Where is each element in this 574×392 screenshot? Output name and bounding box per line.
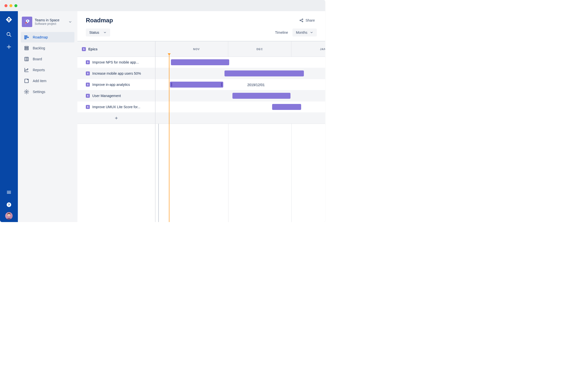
date-label: 2019/12/01 [247, 79, 265, 90]
share-button-label: Share [306, 18, 315, 22]
epic-label: Improve NPS for mobile app... [92, 60, 139, 64]
epic-bar[interactable] [232, 93, 290, 99]
global-sidebar: ? [0, 11, 18, 222]
sidebar-item-label: Add item [33, 79, 46, 83]
board-icon [24, 56, 29, 62]
sidebar-item-add-item[interactable]: Add item [21, 76, 74, 86]
window-maximize-button[interactable] [14, 4, 17, 7]
epic-bar[interactable] [224, 70, 304, 76]
svg-line-1 [10, 35, 11, 37]
help-icon: ? [6, 202, 12, 207]
epic-bar[interactable] [171, 59, 229, 65]
epic-row[interactable]: Improve in-app analytics [77, 79, 155, 90]
jira-logo-icon[interactable] [5, 16, 12, 23]
epic-row[interactable]: Improve UMUX Lite Score for... [77, 101, 155, 113]
project-nav-items: Roadmap Backlog Board Reports Add item [21, 32, 74, 97]
sidebar-item-board[interactable]: Board [21, 54, 74, 64]
epic-icon [86, 71, 90, 75]
svg-rect-16 [25, 38, 26, 39]
epic-row[interactable]: Improve NPS for mobile app... [77, 57, 155, 68]
sidebar-item-reports[interactable]: Reports [21, 65, 74, 75]
epic-bar[interactable] [272, 104, 301, 110]
month-header: DEC [228, 41, 291, 57]
timeline-add-row [156, 113, 325, 124]
svg-rect-17 [25, 46, 29, 47]
epic-label: Improve UMUX Lite Score for... [92, 105, 140, 109]
epic-row[interactable]: User Management [77, 90, 155, 101]
timeframe-dropdown[interactable]: Months [292, 29, 317, 36]
project-avatar [22, 17, 32, 27]
project-switcher[interactable]: Teams in Space Software project [21, 17, 74, 27]
timeline-header: NOV DEC JAN [156, 41, 325, 57]
user-avatar[interactable] [5, 212, 13, 220]
status-filter-label: Status [89, 31, 99, 34]
roadmap-icon [24, 34, 29, 40]
page-header: Roadmap Share Status Timeline Months [77, 11, 325, 41]
window-titlebar [0, 0, 325, 11]
menu-icon [6, 190, 12, 195]
timeline-body: 2019/12/01 [156, 57, 325, 222]
svg-point-10 [25, 20, 25, 20]
svg-point-26 [26, 91, 27, 93]
timeline-label: Timeline [275, 31, 288, 34]
timeline-panel[interactable]: NOV DEC JAN [156, 41, 325, 222]
sidebar-item-label: Reports [33, 68, 45, 72]
svg-rect-19 [25, 49, 29, 50]
window-close-button[interactable] [4, 4, 7, 7]
gear-icon [24, 89, 29, 95]
reports-icon [24, 67, 29, 73]
project-name: Teams in Space [35, 18, 64, 22]
timeline-row [156, 68, 325, 79]
today-marker-triangle [168, 53, 171, 55]
timeline-row [156, 57, 325, 68]
share-icon [299, 18, 304, 23]
add-epic-button[interactable] [77, 113, 155, 124]
app-window: ? Teams in Space Software [0, 0, 325, 222]
timeframe-label: Months [296, 31, 307, 34]
timeline-row: 2019/12/01 [156, 79, 325, 90]
sidebar-item-label: Board [33, 57, 42, 61]
plus-icon [114, 116, 118, 120]
svg-line-30 [301, 19, 302, 20]
epic-row[interactable]: Increase mobile app users 50% [77, 68, 155, 79]
timeline-row [156, 90, 325, 101]
svg-text:?: ? [8, 203, 10, 207]
sidebar-item-label: Settings [33, 90, 45, 94]
project-sidebar: Teams in Space Software project Roadmap … [18, 11, 77, 222]
status-filter-dropdown[interactable]: Status [86, 29, 110, 36]
timeline-row [156, 101, 325, 113]
help-button[interactable]: ? [4, 200, 14, 210]
sidebar-item-backlog[interactable]: Backlog [21, 43, 74, 53]
svg-point-12 [25, 24, 26, 24]
plus-icon [6, 44, 12, 50]
share-button[interactable]: Share [297, 17, 317, 24]
epic-icon [86, 83, 90, 87]
rocket-icon [24, 18, 31, 25]
sidebar-item-label: Backlog [33, 46, 45, 50]
epic-bar-active[interactable] [170, 82, 223, 88]
epic-icon [86, 94, 90, 98]
epic-label: Increase mobile app users 50% [92, 71, 141, 75]
create-button[interactable] [4, 42, 14, 52]
window-minimize-button[interactable] [9, 4, 12, 7]
chevron-down-icon [67, 19, 73, 25]
epic-icon [86, 105, 90, 109]
page-title: Roadmap [86, 17, 113, 24]
menu-button[interactable] [4, 187, 14, 197]
search-button[interactable] [4, 30, 14, 39]
project-type: Software project [35, 22, 64, 26]
svg-point-13 [27, 20, 28, 22]
backlog-icon [24, 45, 29, 51]
epic-list-header: Epics [77, 41, 155, 57]
svg-line-31 [301, 21, 302, 21]
sidebar-item-settings[interactable]: Settings [21, 87, 74, 97]
search-icon [6, 32, 12, 37]
today-marker-line [169, 55, 169, 222]
app-body: ? Teams in Space Software [0, 11, 325, 222]
sidebar-item-roadmap[interactable]: Roadmap [21, 32, 74, 42]
month-header: JAN [291, 41, 325, 57]
svg-rect-20 [25, 57, 29, 61]
sidebar-item-label: Roadmap [33, 35, 48, 39]
svg-rect-14 [25, 36, 27, 36]
timeline-controls: Timeline Months [275, 29, 317, 36]
